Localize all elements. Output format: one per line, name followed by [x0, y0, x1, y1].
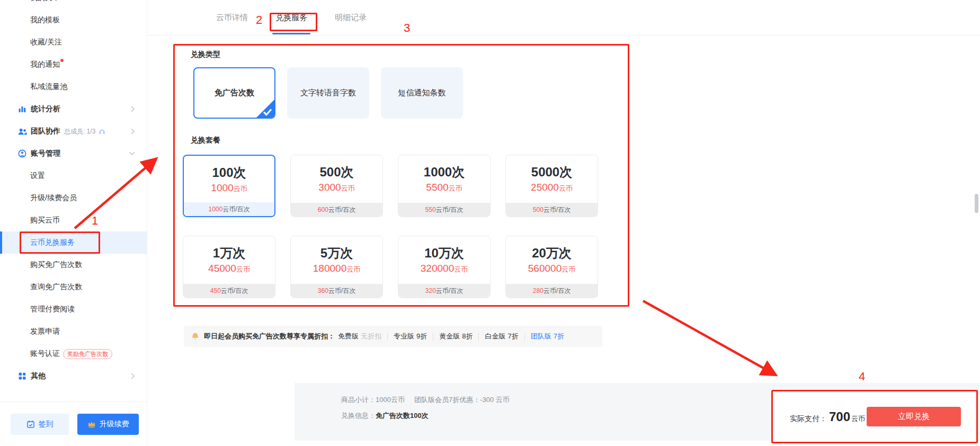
discount-tier: 专业版9折 — [394, 332, 427, 340]
sidebar-item[interactable]: 私域流量池 — [0, 76, 147, 98]
package-price-amount: 320000 — [421, 263, 454, 274]
package-price-amount: 5500 — [426, 182, 448, 193]
package-price: 320000云币 — [398, 263, 490, 275]
exchange-type-option-label: 短信通知条数 — [398, 88, 446, 98]
package-price-amount: 560000 — [528, 263, 562, 274]
sidebar-item-label: 管理付费阅读 — [30, 305, 75, 314]
tab-item[interactable]: 云币详情 — [215, 0, 249, 35]
unit-price-amount: 320 — [425, 287, 436, 295]
discount-tier: 免费版无折扣 — [338, 332, 381, 340]
package-price-amount: 180000 — [313, 263, 346, 274]
sidebar-item[interactable]: 管理付费阅读 — [0, 298, 147, 320]
package-card[interactable]: 5000次25000云币500云币/百次 — [505, 155, 598, 217]
sidebar-item[interactable]: 我的通知 — [0, 53, 147, 76]
sidebar-item[interactable]: 升级/续费会员 — [0, 187, 147, 209]
sidebar-item[interactable]: 查询免广告次数 — [0, 276, 147, 298]
exchange-type-option[interactable]: 免广告次数 — [193, 67, 275, 119]
exchange-type-option[interactable]: 文字转语音字数 — [287, 67, 369, 119]
sidebar: 我的文章我的模板收藏/关注我的通知私域流量池统计分析团队协作总成员: 1/3账号… — [0, 0, 147, 446]
scrollbar-thumb[interactable] — [975, 194, 978, 213]
package-unit-price: 550云币/百次 — [398, 203, 490, 217]
actual-payment: 实际支付： 700 云币 — [790, 409, 865, 424]
package-title: 500次 — [291, 164, 382, 180]
sidebar-item-label: 购买免广告次数 — [30, 260, 82, 270]
tab-item[interactable]: 明细记录 — [334, 0, 368, 35]
sidebar-item[interactable]: 购买云币 — [0, 209, 147, 231]
tier-separator — [524, 333, 525, 341]
sidebar-item[interactable]: 账号认证奖励免广告次数 — [0, 343, 147, 365]
exchange-type-heading: 兑换类型 — [191, 35, 980, 59]
package-price-currency: 云币 — [559, 184, 573, 192]
package-card[interactable]: 5万次180000云币360云币/百次 — [290, 236, 383, 298]
sidebar-item-label: 账号认证 — [30, 349, 60, 359]
subtotal-text: 商品小计：1000云币 — [341, 396, 405, 404]
unit-price-amount: 450 — [210, 287, 221, 295]
tier-separator — [433, 333, 433, 341]
sidebar-item[interactable]: 其他 — [0, 365, 147, 387]
discount-tier-list: 免费版无折扣专业版9折黄金版8折白金版7折团队版7折 — [338, 332, 564, 341]
unit-price-suffix: 云币/百次 — [222, 206, 250, 213]
package-title: 1万次 — [183, 245, 275, 261]
tier-name: 白金版 — [485, 332, 505, 340]
actual-payment-amount: 700 — [829, 409, 850, 424]
unit-price-suffix: 云币/百次 — [544, 206, 571, 213]
unit-price-suffix: 云币/百次 — [328, 206, 355, 213]
checkin-button[interactable]: 签到 — [11, 414, 69, 435]
team-member-count: 总成员: 1/3 — [64, 127, 95, 136]
sidebar-item-label: 我的通知 — [30, 60, 60, 69]
sidebar-item-label: 发票申请 — [30, 327, 60, 336]
bell-icon — [191, 332, 199, 341]
sidebar-item-label: 购买云币 — [30, 216, 60, 225]
package-price-amount: 25000 — [531, 182, 559, 193]
sidebar-item[interactable]: 购买免广告次数 — [0, 254, 147, 276]
sidebar-item[interactable]: 我的模板 — [0, 9, 147, 31]
tier-discount: 8折 — [462, 332, 473, 340]
team-icon — [18, 128, 27, 136]
package-price: 1000云币 — [184, 182, 274, 194]
tab-item[interactable]: 兑换服务 — [274, 0, 308, 35]
sidebar-item-label: 升级/续费会员 — [30, 193, 77, 203]
sidebar-item[interactable]: 统计分析 — [0, 98, 147, 120]
sidebar-item[interactable]: 我的文章 — [0, 0, 147, 9]
tabs: 云币详情兑换服务明细记录 — [215, 0, 368, 35]
discount-tier: 黄金版8折 — [439, 332, 473, 340]
package-unit-price: 450云币/百次 — [183, 284, 275, 298]
package-card[interactable]: 10万次320000云币320云币/百次 — [398, 236, 491, 298]
sidebar-item[interactable]: 团队协作总成员: 1/3 — [0, 120, 147, 142]
package-price-amount: 3000 — [318, 182, 341, 193]
package-card[interactable]: 1000次5500云币550云币/百次 — [398, 155, 491, 217]
sidebar-item-label: 其他 — [31, 371, 46, 381]
package-price-amount: 1000 — [211, 182, 233, 193]
sidebar-item-label: 统计分析 — [31, 104, 60, 114]
package-card[interactable]: 500次3000云币600云币/百次 — [290, 155, 383, 217]
sidebar-item[interactable]: 账号管理 — [0, 142, 147, 165]
actual-payment-label: 实际支付： — [790, 414, 827, 424]
sidebar-item[interactable]: 云币兑换服务 — [0, 231, 147, 254]
package-unit-price: 280云币/百次 — [506, 284, 598, 298]
calendar-check-icon — [26, 420, 35, 429]
sidebar-item[interactable]: 发票申请 — [0, 320, 147, 343]
tier-discount: 7折 — [554, 332, 564, 340]
package-price-currency: 云币 — [562, 265, 575, 273]
tier-name: 黄金版 — [439, 332, 460, 340]
chevron-right-icon — [131, 373, 135, 379]
package-card[interactable]: 1万次45000云币450云币/百次 — [183, 236, 275, 298]
package-card[interactable]: 100次1000云币1000云币/百次 — [183, 155, 275, 217]
package-price-currency: 云币 — [236, 265, 250, 273]
package-unit-price: 600云币/百次 — [291, 203, 382, 217]
exchange-type-option[interactable]: 短信通知条数 — [381, 67, 463, 119]
checkin-label: 签到 — [39, 420, 54, 429]
sidebar-item[interactable]: 设置 — [0, 165, 147, 187]
exchange-info-value: 免广告次数100次 — [376, 412, 429, 420]
payment-box: 实际支付： 700 云币 立即兑换 — [771, 390, 978, 443]
chevron-right-icon — [131, 106, 135, 112]
sidebar-item[interactable]: 收藏/关注 — [0, 31, 147, 53]
upgrade-renew-button[interactable]: 升级续费 — [77, 414, 139, 435]
package-card[interactable]: 20万次560000云币280云币/百次 — [505, 236, 598, 298]
exchange-info-label: 兑换信息： — [341, 412, 376, 420]
package-price: 3000云币 — [291, 182, 382, 194]
reward-badge: 奖励免广告次数 — [63, 349, 112, 359]
exchange-now-button[interactable]: 立即兑换 — [867, 407, 961, 426]
sidebar-item-label: 查询免广告次数 — [30, 282, 82, 292]
package-unit-price: 1000云币/百次 — [184, 202, 274, 216]
